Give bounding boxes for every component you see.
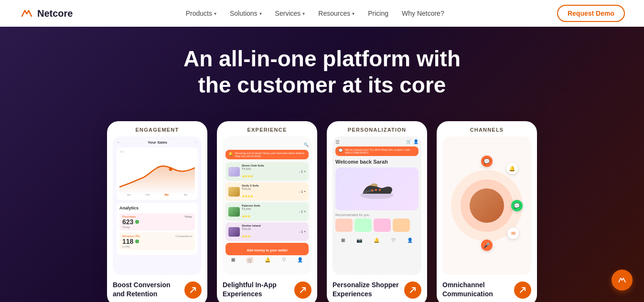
camera-nav-icon: 📷: [356, 238, 362, 243]
experience-arrow-button[interactable]: [294, 281, 311, 299]
sales-line-chart: [119, 155, 195, 193]
profile-icon-small: 👤: [413, 139, 419, 145]
more-options-icon: [194, 140, 198, 145]
resources-chevron-icon: [352, 11, 354, 16]
cart-item-4: Shelter Island ₹20,00 ⭐⭐⭐ - 1 +: [225, 222, 309, 241]
cart-nav-icon: 🛒: [246, 257, 254, 263]
revenue-stat: Revenue (₹k) Compared to 118 ↑ (+4%): [119, 232, 195, 250]
cart-item-1: Shom Club Sofa ₹4,526 ⭐⭐⭐⭐ - 1 +: [225, 162, 309, 181]
nav-services[interactable]: Services: [275, 10, 305, 17]
arrow-icon: [299, 286, 307, 294]
profile-nav-icon: 👤: [297, 257, 303, 263]
channels-arrow-button[interactable]: [514, 281, 531, 299]
heart-nav-2-icon: ♡: [391, 238, 396, 243]
nav-solutions[interactable]: Solutions: [230, 10, 262, 17]
whatsapp-channel-icon: 💬: [511, 200, 523, 211]
experience-label: EXPERIENCE: [217, 121, 317, 136]
home-nav-2-icon: ⊞: [341, 238, 345, 243]
engagement-card: ENGAGEMENT Your Sales 30k: [107, 121, 207, 302]
personalization-screen: 🛒 👤 💬 We've missed you! Try 30% Shop thi…: [333, 136, 421, 275]
engagement-label: ENGAGEMENT: [107, 121, 207, 136]
svg-point-4: [375, 189, 377, 191]
navbar: Netcore Products Solutions Services Reso…: [0, 0, 644, 27]
analytics-section: Analytics Purchases Today 623 ↑ Today: [117, 203, 198, 255]
purchases-stat: Purchases Today 623 ↑ Today: [119, 213, 195, 230]
personalization-bottom-nav: ⊞ 📷 🔔 ♡ 👤: [335, 236, 419, 243]
personalization-label: PERSONALIZATION: [327, 121, 427, 136]
svg-point-3: [371, 189, 373, 191]
experience-card: EXPERIENCE 🔔 Running out of stock! Shop …: [217, 121, 317, 302]
notification-channel-icon: 🔔: [506, 163, 518, 174]
bell-nav-2-icon: 🔔: [374, 238, 379, 243]
arrow-icon: [519, 286, 526, 294]
engagement-screen: Your Sales 30k: [113, 136, 202, 275]
promo-chat-bubble: 💬 We've missed you! Try 30% Shop this co…: [335, 146, 419, 156]
services-chevron-icon: [302, 11, 305, 16]
channels-card: CHANNELS 💬 🔔 💬 ✉ 🎤: [437, 121, 537, 302]
sales-chart: 30k Jan: [117, 147, 198, 200]
rec-product-1: [335, 219, 353, 232]
featured-product-image: [335, 167, 419, 210]
float-chat-button[interactable]: [612, 270, 633, 291]
experience-footer: Delightful In-App Experiences: [217, 275, 317, 302]
logo[interactable]: Netcore: [19, 6, 73, 21]
positive-indicator: ↑: [135, 220, 139, 224]
personalization-arrow-button[interactable]: [404, 281, 421, 299]
nav-resources[interactable]: Resources: [318, 10, 354, 17]
svg-point-5: [379, 189, 381, 191]
experience-bottom-nav: ⊞ 🛒 🔔 ♡ 👤: [225, 255, 309, 263]
cart-icon-small: 🛒: [406, 139, 411, 145]
email-channel-icon: ✉: [507, 228, 519, 239]
hamburger-icon: [335, 139, 340, 145]
hero-section: An all-in-one platform with the customer…: [0, 0, 644, 302]
cart-item-2: Sicily 2 Sofa ₹25,00 ⭐⭐⭐⭐ - 1 +: [225, 182, 309, 201]
engagement-footer: Boost Conversion and Retention: [107, 275, 207, 302]
hero-title: An all-in-one platform with the customer…: [183, 46, 461, 98]
feature-cards-row: ENGAGEMENT Your Sales 30k: [96, 121, 548, 302]
cart-item-3: Palermo Sofa ₹3,546 ⭐⭐⭐ - 1 +: [225, 202, 309, 221]
request-demo-button[interactable]: Request Demo: [557, 5, 625, 22]
avatar-circle: [470, 188, 504, 223]
float-logo-icon: [617, 275, 627, 285]
chat-channel-icon: 💬: [481, 156, 493, 167]
home-nav-icon: ⊞: [231, 257, 235, 263]
back-icon: [117, 140, 120, 145]
arrow-icon: [189, 286, 197, 294]
rec-product-2: [354, 219, 372, 232]
heart-nav-icon: ♡: [282, 257, 286, 263]
logo-text: Netcore: [37, 8, 73, 19]
bell-nav-icon: 🔔: [265, 257, 270, 263]
personalization-card: PERSONALIZATION 🛒 👤 💬 We've missed you! …: [327, 121, 427, 302]
add-money-wallet-button[interactable]: Add money to your wallet: [225, 243, 309, 255]
notification-banner: 🔔 Running out of stock! Shop your favour…: [225, 150, 309, 159]
netcore-logo-icon: [19, 6, 34, 21]
channels-screen: 💬 🔔 💬 ✉ 🎤: [442, 136, 531, 275]
experience-screen: 🔔 Running out of stock! Shop your favour…: [223, 136, 311, 275]
recommended-products-row: [335, 219, 419, 232]
shoe-svg: [358, 177, 396, 201]
engagement-arrow-button[interactable]: [184, 281, 202, 299]
personalization-footer: Personalize Shopper Experiences: [327, 275, 427, 302]
person-avatar: [470, 188, 504, 223]
omnichannel-visual: 💬 🔔 💬 ✉ 🎤: [451, 153, 523, 258]
positive-indicator-2: ↑: [135, 240, 139, 243]
nav-products[interactable]: Products: [186, 10, 216, 17]
channels-footer: Omnichannel Communication: [437, 275, 537, 302]
rec-product-4: [393, 219, 410, 232]
rec-product-3: [374, 219, 391, 232]
nav-why-netcore[interactable]: Why Netcore?: [402, 10, 444, 17]
channels-label: CHANNELS: [437, 121, 537, 136]
nav-pricing[interactable]: Pricing: [368, 10, 388, 17]
search-icon: [304, 139, 309, 148]
nav-links: Products Solutions Services Resources Pr…: [186, 10, 444, 17]
mic-channel-icon: 🎤: [481, 240, 493, 251]
solutions-chevron-icon: [259, 11, 262, 16]
arrow-icon: [409, 286, 417, 294]
sales-title: Your Sales: [148, 140, 167, 145]
products-chevron-icon: [214, 11, 216, 16]
profile-nav-2-icon: 👤: [407, 238, 413, 243]
svg-point-1: [169, 167, 172, 171]
